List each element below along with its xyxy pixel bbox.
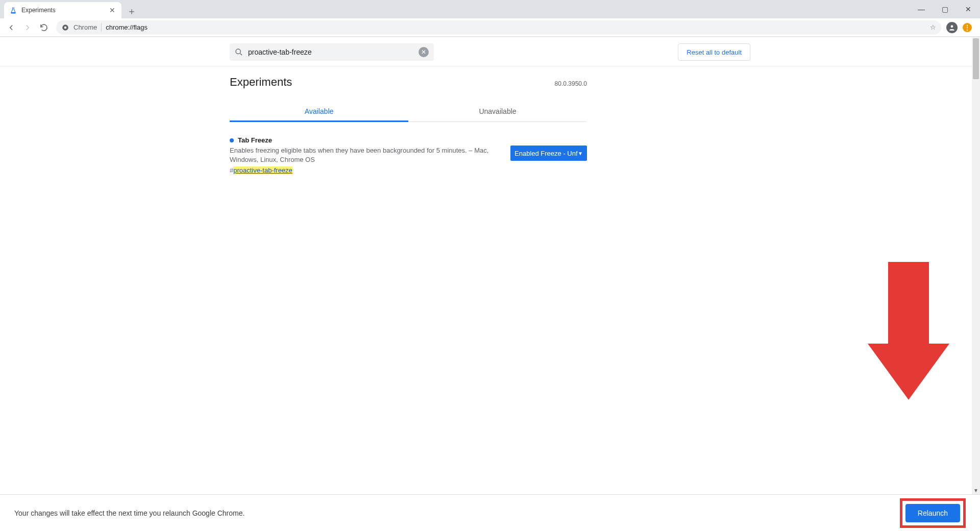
scrollbar-thumb[interactable]: [973, 38, 979, 79]
flags-search-input[interactable]: [248, 48, 413, 56]
window-maximize-button[interactable]: ▢: [933, 0, 957, 18]
browser-menu-button[interactable]: ⋮: [963, 23, 972, 32]
chevron-down-icon: ▼: [578, 151, 583, 156]
flag-anchor-link[interactable]: proactive-tab-freeze: [233, 166, 292, 174]
omnibox-origin: Chrome: [74, 23, 97, 31]
chrome-version: 80.0.3950.0: [555, 80, 587, 87]
window-controls: — ▢ ✕: [910, 0, 980, 18]
reload-button[interactable]: [37, 20, 51, 35]
forward-button[interactable]: [20, 20, 35, 35]
flag-state-select[interactable]: Enabled Freeze - Unf ▼: [510, 146, 587, 161]
scroll-down-icon[interactable]: ▼: [972, 486, 980, 494]
annotation-highlight-box: Relaunch: [900, 498, 966, 528]
svg-point-3: [236, 49, 240, 54]
browser-toolbar: Chrome chrome://flags ☆ ⋮: [0, 18, 980, 37]
bookmark-star-icon[interactable]: ☆: [930, 23, 936, 31]
browser-tab-title: Experiments: [21, 7, 104, 14]
profile-avatar-icon[interactable]: [946, 22, 958, 33]
flag-state-value: Enabled Freeze - Unf: [514, 150, 578, 157]
svg-point-2: [951, 25, 953, 28]
address-bar[interactable]: Chrome chrome://flags ☆: [56, 20, 941, 35]
tab-available[interactable]: Available: [230, 101, 408, 122]
relaunch-message: Your changes will take effect the next t…: [14, 509, 900, 517]
flask-icon: [9, 6, 17, 14]
tab-unavailable[interactable]: Unavailable: [408, 101, 587, 122]
flags-tabs: Available Unavailable: [230, 101, 587, 122]
page-viewport: ✕ Reset all to default Experiments 80.0.…: [0, 37, 980, 494]
relaunch-bar: Your changes will take effect the next t…: [0, 494, 980, 531]
flag-description: Enables freezing eligible tabs when they…: [230, 146, 495, 164]
flag-item-tab-freeze: Tab Freeze Enables freezing eligible tab…: [230, 136, 587, 174]
flag-title: Tab Freeze: [238, 136, 272, 144]
reset-all-button[interactable]: Reset all to default: [678, 43, 750, 61]
back-button[interactable]: [4, 20, 18, 35]
chrome-icon: [61, 23, 69, 32]
omnibox-url: chrome://flags: [106, 23, 926, 31]
window-minimize-button[interactable]: —: [910, 0, 933, 18]
search-icon: [235, 48, 243, 56]
relaunch-button[interactable]: Relaunch: [905, 504, 960, 522]
new-tab-button[interactable]: ＋: [125, 4, 139, 18]
svg-point-1: [64, 26, 67, 29]
flag-anchor[interactable]: #proactive-tab-freeze: [230, 166, 500, 174]
browser-tabstrip: Experiments ✕ ＋ — ▢ ✕: [0, 0, 980, 18]
vertical-scrollbar[interactable]: ▲ ▼: [972, 37, 980, 494]
close-icon[interactable]: ✕: [108, 6, 116, 14]
modified-dot-icon: [230, 138, 234, 142]
window-close-button[interactable]: ✕: [957, 0, 980, 18]
page-title: Experiments: [230, 76, 292, 89]
clear-search-icon[interactable]: ✕: [419, 47, 429, 57]
browser-tab-active[interactable]: Experiments ✕: [4, 2, 121, 18]
annotation-arrow-icon: [868, 262, 949, 405]
flags-search-box[interactable]: ✕: [230, 43, 434, 61]
omnibox-separator: [101, 23, 102, 32]
